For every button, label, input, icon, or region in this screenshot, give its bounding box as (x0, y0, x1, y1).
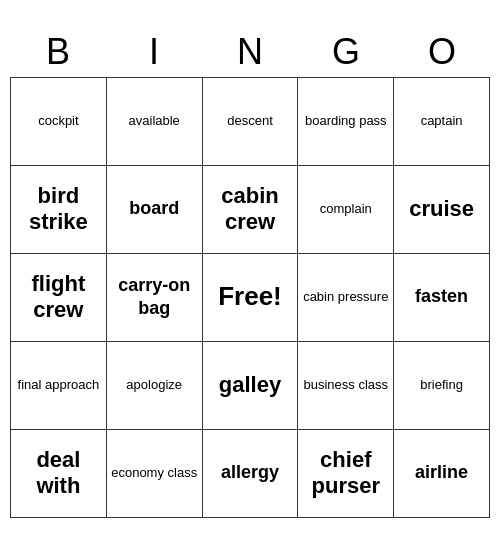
cell-text: descent (227, 113, 273, 130)
cell-text: captain (421, 113, 463, 130)
cell-text: chief purser (302, 447, 389, 500)
bingo-cell: fasten (394, 254, 490, 342)
cell-text: cruise (409, 196, 474, 222)
bingo-cell: board (107, 166, 203, 254)
bingo-card: BINGO cockpitavailabledescentboarding pa… (10, 27, 490, 518)
cell-text: fasten (415, 285, 468, 308)
bingo-cell: bird strike (11, 166, 107, 254)
cell-text: Free! (218, 280, 282, 314)
cell-text: deal with (15, 447, 102, 500)
cell-text: complain (320, 201, 372, 218)
bingo-cell: apologize (107, 342, 203, 430)
bingo-cell: flight crew (11, 254, 107, 342)
cell-text: final approach (18, 377, 100, 394)
cell-text: carry-on bag (111, 274, 198, 321)
bingo-cell: final approach (11, 342, 107, 430)
bingo-letter: N (202, 27, 298, 77)
bingo-cell: boarding pass (298, 78, 394, 166)
bingo-cell: economy class (107, 430, 203, 518)
cell-text: apologize (126, 377, 182, 394)
cell-text: available (129, 113, 180, 130)
bingo-cell: carry-on bag (107, 254, 203, 342)
cell-text: galley (219, 372, 281, 398)
bingo-cell: cabin crew (203, 166, 299, 254)
cell-text: airline (415, 461, 468, 484)
bingo-cell: briefing (394, 342, 490, 430)
bingo-letter: G (298, 27, 394, 77)
cell-text: board (129, 197, 179, 220)
bingo-cell: complain (298, 166, 394, 254)
bingo-cell: cruise (394, 166, 490, 254)
cell-text: flight crew (15, 271, 102, 324)
cell-text: bird strike (15, 183, 102, 236)
bingo-grid: cockpitavailabledescentboarding passcapt… (10, 77, 490, 518)
cell-text: cabin pressure (303, 289, 388, 306)
bingo-cell: captain (394, 78, 490, 166)
bingo-letter: B (10, 27, 106, 77)
cell-text: boarding pass (305, 113, 387, 130)
bingo-cell: business class (298, 342, 394, 430)
cell-text: allergy (221, 461, 279, 484)
bingo-cell: airline (394, 430, 490, 518)
bingo-cell: descent (203, 78, 299, 166)
bingo-letter: I (106, 27, 202, 77)
cell-text: cabin crew (207, 183, 294, 236)
bingo-cell: cabin pressure (298, 254, 394, 342)
bingo-cell: galley (203, 342, 299, 430)
bingo-cell: available (107, 78, 203, 166)
bingo-cell: chief purser (298, 430, 394, 518)
bingo-cell: deal with (11, 430, 107, 518)
cell-text: cockpit (38, 113, 78, 130)
cell-text: economy class (111, 465, 197, 482)
bingo-cell: Free! (203, 254, 299, 342)
bingo-letter: O (394, 27, 490, 77)
bingo-cell: cockpit (11, 78, 107, 166)
cell-text: briefing (420, 377, 463, 394)
bingo-cell: allergy (203, 430, 299, 518)
cell-text: business class (304, 377, 389, 394)
bingo-header: BINGO (10, 27, 490, 77)
